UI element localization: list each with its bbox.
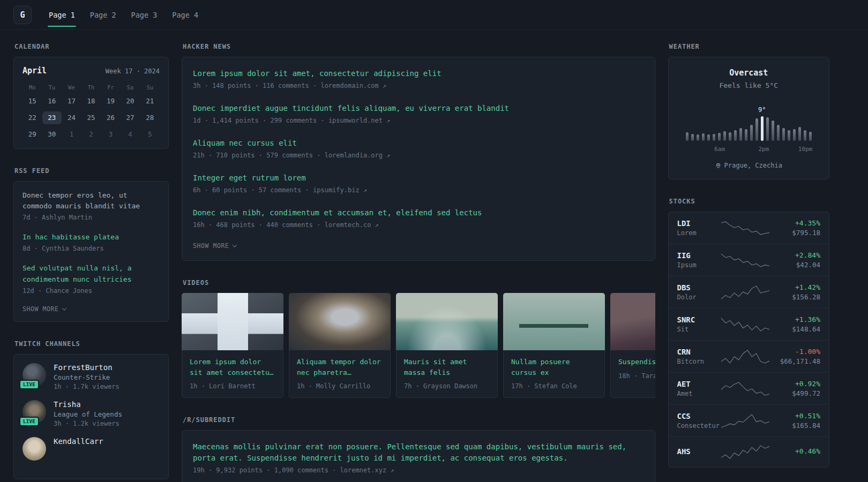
news-link[interactable]: Donec enim nibh, condimentum et accumsan…	[193, 207, 644, 219]
news-meta: 16h · 468 points · 440 comments ·	[193, 221, 320, 229]
rss-item: In hac habitasse platea 8d · Cynthia Sau…	[23, 232, 160, 252]
video-card[interactable]: Lorem ipsum dolor sit amet consectetu… 1…	[182, 293, 283, 398]
hacker-news-show-more-button[interactable]: SHOW MORE	[193, 242, 644, 250]
news-meta: 3h · 148 points · 116 comments ·	[193, 82, 317, 89]
news-meta: 1d · 1,414 points · 299 comments ·	[193, 117, 325, 124]
channel-name: ForrestBurton	[54, 363, 119, 372]
channel-viewers: 1h · 1.7k viewers	[54, 383, 119, 390]
calendar-day-next-month: 4	[121, 128, 140, 141]
calendar-card: April Week 17 · 2024 Mo Tu We Th Fr Sa S…	[13, 57, 169, 149]
rss-widget: RSS FEED Donec tempor eros leo, ut commo…	[13, 167, 169, 322]
calendar-day: 16	[42, 95, 62, 108]
news-link[interactable]: Donec imperdiet augue tincidunt felis al…	[193, 103, 644, 114]
stock-name: Bitcorn	[677, 358, 720, 365]
channel-category: Counter-Strike	[54, 373, 119, 381]
news-link[interactable]: Integer eget rutrum lorem	[193, 172, 644, 184]
calendar-day-today: 23	[42, 111, 62, 124]
time-label: 2pm	[759, 146, 769, 153]
stock-row[interactable]: DBSDolor +1.42%$156.28	[669, 276, 829, 308]
weekday-label: Su	[140, 84, 160, 91]
weekday-label: We	[62, 84, 81, 91]
calendar-day: 29	[23, 128, 42, 141]
video-title-link[interactable]: Suspendisse diam	[618, 357, 655, 367]
stock-row[interactable]: SNRCSit +1.36%$148.64	[669, 308, 829, 340]
stock-price: $499.72	[771, 389, 820, 397]
rss-title: RSS FEED	[14, 167, 168, 175]
stock-ticker: SNRC	[677, 315, 720, 324]
top-nav: G Page 1 Page 2 Page 3 Page 4	[0, 0, 868, 30]
news-link[interactable]: Aliquam nec cursus elit	[193, 138, 644, 149]
news-domain-link[interactable]: ipsumworld.net ↗	[328, 117, 391, 124]
stocks-card: LDILorem +4.35%$795.18 IIGIpsum +2.84%$4…	[668, 212, 829, 468]
stock-row[interactable]: IIGIpsum +2.84%$42.04	[669, 244, 829, 276]
hacker-news-card: Lorem ipsum dolor sit amet, consectetur …	[182, 57, 655, 261]
live-badge: LIVE	[19, 417, 39, 426]
video-meta: 1h · Molly Carrillo	[297, 382, 383, 390]
twitch-channel-row[interactable]: KendallCarr	[23, 437, 160, 461]
tab-page-4[interactable]: Page 4	[164, 0, 206, 29]
video-card[interactable]: Mauris sit amet massa felis 7h · Grayson…	[396, 293, 498, 398]
app-logo[interactable]: G	[13, 6, 32, 24]
news-domain-link[interactable]: ipsumify.biz ↗	[313, 186, 367, 194]
stock-row[interactable]: AHS +0.46%	[669, 436, 829, 467]
news-link[interactable]: Lorem ipsum dolor sit amet, consectetur …	[193, 68, 644, 79]
video-thumbnail	[289, 293, 391, 350]
channel-name: KendallCarr	[54, 437, 103, 446]
video-title-link[interactable]: Mauris sit amet massa felis	[404, 357, 490, 378]
news-item: Integer eget rutrum lorem 6h · 60 points…	[193, 172, 644, 194]
subreddit-widget: /R/SUBREDDIT Maecenas mollis pulvinar er…	[182, 416, 655, 482]
channel-category: League of Legends	[54, 410, 122, 418]
weather-widget: WEATHER Overcast Feels like 5°C 9° 6am 2…	[668, 43, 829, 179]
twitch-channel-row[interactable]: LIVE Trisha League of Legends 3h · 1.2k …	[23, 400, 160, 427]
calendar-day: 19	[101, 95, 121, 108]
calendar-day: 25	[81, 111, 101, 124]
video-title-link[interactable]: Lorem ipsum dolor sit amet consectetu…	[190, 357, 275, 378]
stock-sparkline	[720, 252, 771, 268]
stock-ticker: CCS	[677, 412, 720, 420]
videos-title: VIDEOS	[183, 279, 654, 287]
video-thumbnail	[182, 293, 283, 350]
news-item: Donec imperdiet augue tincidunt felis al…	[193, 103, 644, 124]
stock-ticker: IIG	[677, 251, 720, 260]
time-label: 6am	[714, 146, 725, 153]
center-column: HACKER NEWS Lorem ipsum dolor sit amet, …	[182, 43, 655, 482]
channel-name: Trisha	[54, 400, 122, 409]
stock-row[interactable]: CRNBitcorn -1.00%$66,171.48	[669, 340, 829, 372]
twitch-channel-row[interactable]: LIVE ForrestBurton Counter-Strike 1h · 1…	[23, 363, 160, 390]
news-domain-link[interactable]: loremlandia.org ↗	[325, 152, 391, 159]
rss-link[interactable]: Donec tempor eros leo, ut commodo mauris…	[23, 190, 160, 212]
stock-name: Consectetur	[677, 422, 720, 430]
tab-page-2[interactable]: Page 2	[83, 0, 124, 29]
rss-item: Donec tempor eros leo, ut commodo mauris…	[23, 190, 160, 221]
rss-show-more-button[interactable]: SHOW MORE	[23, 305, 160, 313]
stocks-widget: STOCKS LDILorem +4.35%$795.18 IIGIpsum +…	[668, 198, 829, 468]
weather-location: Prague, Czechia	[724, 162, 782, 169]
video-meta: 18h · Tara	[618, 372, 655, 380]
stock-ticker: LDI	[677, 219, 720, 228]
post-domain-link[interactable]: loremnet.xyz ↗	[340, 466, 394, 474]
calendar-title: CALENDAR	[14, 43, 168, 50]
stock-ticker: AET	[677, 380, 720, 388]
video-card[interactable]: Aliquam tempor dolor nec pharetra… 1h · …	[289, 293, 391, 398]
stock-row[interactable]: CCSConsectetur +0.51%$165.84	[669, 404, 829, 436]
stock-change: -1.00%	[771, 348, 820, 356]
stock-price: $66,171.48	[771, 357, 820, 365]
video-title-link[interactable]: Nullam posuere cursus ex	[511, 357, 597, 378]
tab-page-3[interactable]: Page 3	[124, 0, 165, 29]
post-link[interactable]: Maecenas mollis pulvinar erat non posuer…	[193, 441, 644, 464]
stock-price: $156.28	[771, 293, 820, 301]
stock-row[interactable]: AETAmet +0.92%$499.72	[669, 372, 829, 404]
video-card[interactable]: Nullam posuere cursus ex 17h · Stefan Co…	[503, 293, 605, 398]
right-column: WEATHER Overcast Feels like 5°C 9° 6am 2…	[668, 43, 829, 482]
rss-link[interactable]: In hac habitasse platea	[23, 232, 160, 243]
news-domain-link[interactable]: loremtech.co ↗	[325, 221, 379, 229]
stock-change: +1.36%	[771, 315, 820, 323]
video-card[interactable]: Suspendisse diam 18h · Tara	[610, 293, 655, 398]
rss-link[interactable]: Sed volutpat nulla nisl, a condimentum n…	[23, 263, 160, 284]
tab-page-1[interactable]: Page 1	[41, 0, 83, 29]
video-title-link[interactable]: Aliquam tempor dolor nec pharetra…	[297, 357, 383, 378]
news-domain-link[interactable]: loremdomain.com ↗	[320, 82, 386, 89]
calendar-day-next-month: 1	[62, 128, 81, 141]
stock-row[interactable]: LDILorem +4.35%$795.18	[669, 212, 829, 244]
calendar-day: 24	[62, 111, 81, 124]
